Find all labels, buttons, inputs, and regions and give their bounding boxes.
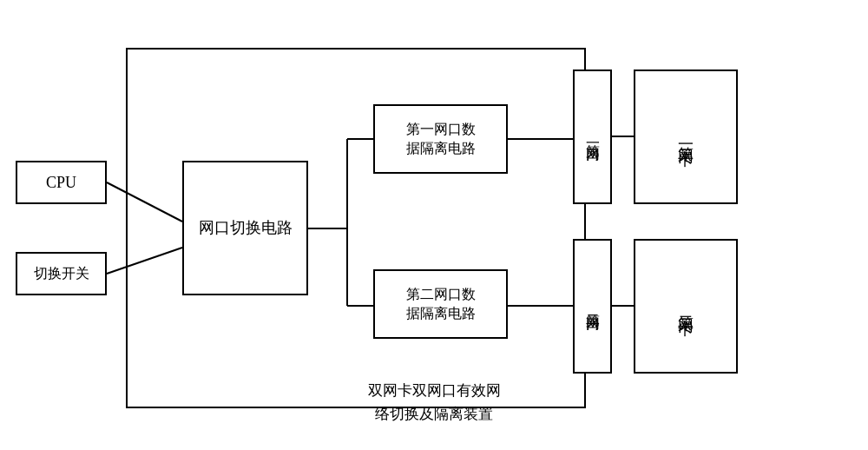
cpu-box: CPU (16, 161, 107, 204)
card2-box: 第二网卡 (634, 239, 738, 374)
card2-label: 第二网卡 (675, 303, 696, 310)
caption-line2: 络切换及隔离装置 (0, 402, 868, 426)
main-label: 网口切换电路 (199, 217, 293, 239)
card1-box: 第一网卡 (634, 69, 738, 204)
port2-box: 第二网口 (573, 239, 612, 374)
switch-label: 切换开关 (34, 265, 89, 283)
caption: 双网卡双网口有效网 络切换及隔离装置 (0, 379, 868, 426)
svg-line-1 (107, 248, 182, 274)
port2-label: 第二网口 (583, 303, 602, 310)
cpu-label: CPU (46, 174, 76, 192)
iso1-label: 第一网口数据隔离电路 (406, 120, 476, 159)
diagram: CPU 切换开关 网口切换电路 第一网口数据隔离电路 第二网口数据隔离电路 第一… (0, 0, 868, 450)
iso2-box: 第二网口数据隔离电路 (373, 269, 508, 339)
iso2-label: 第二网口数据隔离电路 (406, 285, 476, 324)
iso1-box: 第一网口数据隔离电路 (373, 104, 508, 174)
switch-box: 切换开关 (16, 252, 107, 295)
card1-label: 第一网卡 (675, 134, 696, 141)
svg-line-0 (107, 182, 182, 222)
port1-label: 第一网口 (583, 134, 602, 141)
caption-line1: 双网卡双网口有效网 (0, 379, 868, 402)
main-box: 网口切换电路 (182, 161, 308, 295)
port1-box: 第一网口 (573, 69, 612, 204)
